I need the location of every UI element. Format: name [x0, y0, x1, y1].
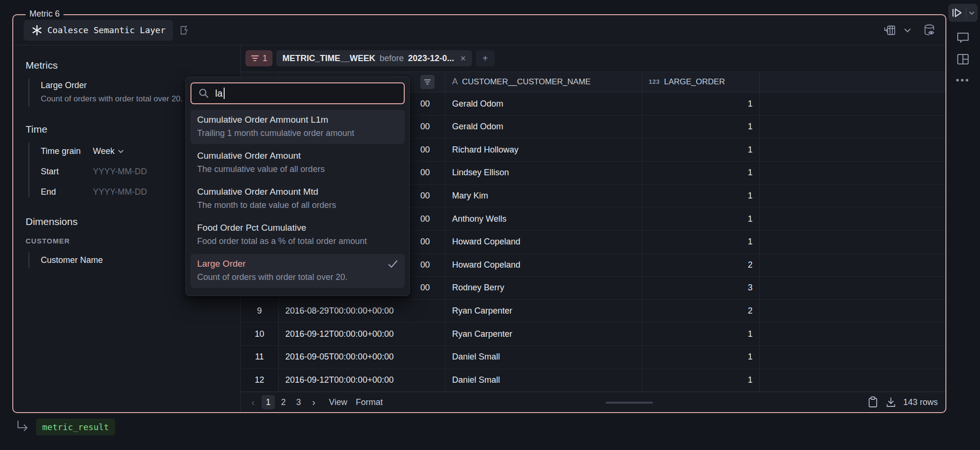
dropdown-item-desc: Food order total as a % of total order a…: [197, 236, 398, 246]
export-table-icon[interactable]: [884, 24, 897, 37]
metrics-heading: Metrics: [26, 60, 240, 71]
dropdown-item[interactable]: Food Order Pct CumulativeFood order tota…: [191, 218, 405, 252]
view-button[interactable]: View: [329, 397, 347, 407]
cell-large-order[interactable]: 2: [642, 300, 760, 323]
search-query: la: [215, 88, 223, 99]
dropdown-item-desc: Trailing 1 month cumulative order amount: [197, 128, 398, 138]
result-variable-tag[interactable]: metric_result: [36, 419, 115, 435]
search-icon: [198, 88, 209, 99]
cell-toolbar: •••: [948, 4, 978, 86]
dropdown-item[interactable]: Cumulative Order Ammount L1mTrailing 1 m…: [191, 110, 405, 144]
source-label: Coalesce Semantic Layer: [47, 25, 165, 35]
comment-icon[interactable]: [956, 31, 970, 44]
cell-large-order[interactable]: 1: [642, 231, 760, 253]
cell-customer[interactable]: Richard Holloway: [445, 139, 642, 162]
column-header-customer-name[interactable]: A CUSTOMER__CUSTOMER_NAME: [445, 72, 642, 92]
time-grain-select[interactable]: Week: [93, 146, 124, 156]
dropdown-item-desc: The month to date value of all orders: [197, 200, 398, 210]
cell-large-order[interactable]: 1: [642, 116, 760, 138]
metric-search-input[interactable]: la: [191, 82, 405, 104]
cell-customer[interactable]: Ryan Carpenter: [445, 323, 642, 345]
row-number: 10: [241, 323, 279, 345]
cell-empty: [760, 162, 945, 184]
row-number: 11: [241, 346, 279, 369]
format-button[interactable]: Format: [356, 397, 383, 407]
dropdown-item[interactable]: Cumulative Order AmountThe cumulative va…: [191, 146, 405, 180]
dropdown-items: Cumulative Order Ammount L1mTrailing 1 m…: [191, 110, 405, 288]
cell-customer[interactable]: Ryan Carpenter: [445, 300, 642, 323]
database-eye-icon[interactable]: [923, 23, 937, 37]
cell-customer[interactable]: Mary Kim: [445, 185, 642, 207]
cell-large-order[interactable]: 1: [642, 92, 760, 115]
dropdown-item[interactable]: Cumulative Order Amount MtdThe month to …: [191, 182, 405, 216]
filter-count-badge[interactable]: 1: [245, 50, 272, 66]
cell-customer[interactable]: Lindsey Ellison: [445, 162, 642, 184]
cell-empty: [760, 300, 945, 323]
cell-empty: [760, 185, 945, 207]
table-row[interactable]: 92016-08-29T00:00:00+00:00Ryan Carpenter…: [241, 300, 945, 323]
layout-panels-icon[interactable]: [956, 53, 970, 65]
cell-large-order[interactable]: 1: [642, 139, 760, 162]
page-button[interactable]: 1: [262, 395, 275, 409]
cell-empty: [760, 346, 945, 369]
remove-filter-icon[interactable]: ×: [460, 53, 466, 64]
cell-customer[interactable]: Howard Copeland: [445, 231, 642, 253]
cell-large-order[interactable]: 1: [642, 207, 760, 230]
start-label: Start: [41, 167, 93, 177]
cell-empty: [760, 323, 945, 345]
cell-customer[interactable]: Rodney Berry: [445, 277, 642, 299]
cell-empty: [760, 207, 945, 230]
next-page-icon[interactable]: ›: [307, 395, 320, 409]
dropdown-item[interactable]: Large OrderCount of orders with order to…: [191, 254, 405, 288]
cell-empty: [760, 254, 945, 277]
filter-count: 1: [263, 54, 267, 63]
cell-metric-time[interactable]: 2016-09-12T00:00:00+00:00: [279, 369, 445, 392]
semantic-layer-source-button[interactable]: Coalesce Semantic Layer: [24, 20, 173, 41]
column-filter-icon[interactable]: [420, 75, 435, 89]
end-date-input[interactable]: YYYY-MM-DD: [93, 187, 147, 197]
cell-customer[interactable]: Daniel Small: [445, 369, 642, 392]
cell-large-order[interactable]: 3: [642, 277, 760, 299]
cell-metric-time[interactable]: 2016-08-29T00:00:00+00:00: [279, 300, 445, 323]
cell-customer[interactable]: Anthony Wells: [445, 207, 642, 230]
cell-customer[interactable]: Gerald Odom: [445, 116, 642, 138]
table-row[interactable]: 112016-09-05T00:00:00+00:00Daniel Small1: [241, 346, 945, 369]
cell-large-order[interactable]: 2: [642, 254, 760, 277]
start-date-input[interactable]: YYYY-MM-DD: [93, 167, 147, 177]
chevron-down-icon[interactable]: [904, 28, 911, 33]
cell-customer[interactable]: Howard Copeland: [445, 254, 642, 277]
dropdown-item-title: Cumulative Order Ammount L1m: [197, 115, 398, 125]
cell-header: Coalesce Semantic Layer: [13, 15, 945, 45]
cell-large-order[interactable]: 1: [642, 323, 760, 345]
cell-large-order[interactable]: 1: [642, 162, 760, 184]
cell-large-order[interactable]: 1: [642, 369, 760, 392]
horizontal-scrollbar[interactable]: [606, 402, 653, 404]
cell-large-order[interactable]: 1: [642, 185, 760, 207]
page-button[interactable]: 3: [292, 395, 305, 409]
cell-metric-time[interactable]: 2016-09-12T00:00:00+00:00: [279, 323, 445, 345]
row-number: 9: [241, 300, 279, 323]
page-button[interactable]: 2: [277, 395, 290, 409]
table-row[interactable]: 102016-09-12T00:00:00+00:00Ryan Carpente…: [241, 323, 945, 346]
add-filter-button[interactable]: +: [476, 50, 495, 66]
cell-customer[interactable]: Gerald Odom: [445, 92, 642, 115]
row-number: 12: [241, 369, 279, 392]
prev-page-icon[interactable]: ‹: [246, 395, 260, 409]
copy-clipboard-icon[interactable]: [867, 396, 879, 408]
more-options-icon[interactable]: •••: [956, 75, 970, 86]
dropdown-item-desc: The cumulative value of all orders: [197, 164, 398, 174]
filter-chip[interactable]: METRIC_TIME__WEEK before 2023-12-0... ×: [276, 50, 472, 66]
run-play-icon: [951, 8, 963, 18]
table-footer: ‹123› View Format 143 rows: [241, 392, 945, 412]
download-icon[interactable]: [885, 396, 897, 408]
cell-large-order[interactable]: 1: [642, 346, 760, 369]
dropdown-item-title: Food Order Pct Cumulative: [197, 223, 398, 233]
column-header-large-order[interactable]: 123 LARGE_ORDER: [642, 72, 760, 92]
edit-bolt-icon[interactable]: [179, 24, 191, 36]
cell-metric-time[interactable]: 2016-09-05T00:00:00+00:00: [279, 346, 445, 369]
text-caret: [224, 88, 225, 99]
cell-empty: [760, 116, 945, 138]
table-row[interactable]: 122016-09-12T00:00:00+00:00Daniel Small1: [241, 369, 945, 392]
run-button-group[interactable]: [948, 4, 978, 22]
cell-customer[interactable]: Daniel Small: [445, 346, 642, 369]
